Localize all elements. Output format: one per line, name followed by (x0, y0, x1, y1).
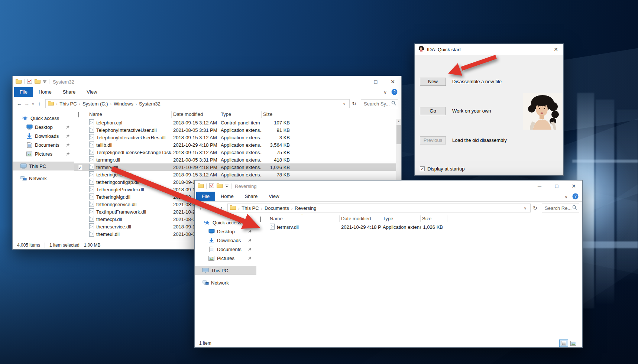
tab-share[interactable]: Share (239, 192, 263, 201)
back-icon[interactable]: ← (198, 205, 205, 211)
file-row[interactable]: TempSignedLicenseExchangeTask.dll2018-09… (74, 149, 401, 156)
column-header-size[interactable]: Size (421, 215, 447, 222)
sidebar-item-desktop[interactable]: Desktop (195, 227, 256, 236)
file-row[interactable]: termsrv.dll2021-10-29 4:18 PMApplication… (256, 223, 582, 231)
tab-home[interactable]: Home (33, 87, 57, 97)
maximize-icon[interactable]: □ (548, 181, 565, 192)
go-button[interactable]: Go (420, 107, 446, 115)
breadcrumb-item[interactable]: System32 (139, 101, 161, 107)
previous-button[interactable]: Previous (420, 136, 446, 144)
close-icon[interactable]: ✕ (384, 76, 401, 87)
forward-icon[interactable]: → (205, 205, 213, 211)
sidebar-item-network[interactable]: Network (195, 278, 256, 287)
file-row[interactable]: TelephonyInteractiveUser.dll2021-08-05 3… (74, 126, 401, 134)
close-icon[interactable]: ✕ (565, 181, 582, 192)
file-name: themeui.dll (96, 231, 120, 237)
refresh-icon[interactable]: ↻ (350, 101, 359, 107)
search-box[interactable] (361, 99, 398, 108)
up-icon[interactable]: ↑ (218, 205, 225, 211)
display-at-startup-checkbox[interactable]: ✓ (420, 166, 425, 171)
folder-icon[interactable] (35, 78, 41, 85)
breadcrumb-item[interactable]: System (C:) (82, 101, 108, 107)
column-header-type[interactable]: Type (219, 111, 262, 118)
close-icon[interactable]: ✕ (548, 44, 563, 55)
sidebar-item-this-pc[interactable]: This PC (13, 162, 74, 170)
file-row[interactable]: TelephonyInteractiveUserRes.dll2018-09-1… (74, 134, 401, 141)
sidebar-item-network[interactable]: Network (13, 174, 74, 183)
ribbon-collapse-icon[interactable]: ∨ (383, 90, 387, 95)
tab-view[interactable]: View (81, 87, 103, 97)
file-row[interactable]: tellib.dll2021-10-29 4:18 PMApplication … (74, 141, 401, 149)
breadcrumb-item[interactable]: Documents (265, 205, 289, 211)
help-icon[interactable]: ? (572, 193, 579, 201)
minimize-icon[interactable]: ─ (531, 181, 548, 192)
search-input[interactable] (544, 205, 572, 211)
sidebar-item-quick-access[interactable]: Quick access (13, 114, 74, 123)
breadcrumb[interactable]: ›This PC›Documents›Reversing ∨ (227, 204, 531, 212)
new-button[interactable]: New (420, 78, 446, 86)
scroll-up-icon[interactable]: ▲ (396, 119, 401, 124)
refresh-icon[interactable]: ↻ (531, 205, 540, 211)
sidebar-item-downloads[interactable]: Downloads (13, 131, 74, 140)
sidebar-item-pictures[interactable]: Pictures (195, 254, 256, 263)
file-size: 1,026 KB (421, 224, 447, 230)
file-name: themeservice.dll (96, 224, 131, 230)
back-icon[interactable]: ← (16, 101, 23, 107)
titlebar[interactable]: System32 ─ □ ✕ (13, 76, 401, 87)
thumbnail-view-icon[interactable] (569, 339, 578, 347)
recent-locations-icon[interactable]: ∨ (213, 206, 218, 210)
column-header-name[interactable]: Name (268, 215, 340, 222)
address-dropdown-icon[interactable]: ∨ (522, 206, 528, 210)
details-view-icon[interactable] (559, 339, 568, 347)
sidebar-item-quick-access[interactable]: Quick access (195, 218, 256, 227)
folder-icon[interactable] (217, 183, 223, 189)
file-row[interactable]: termmgr.dll2021-08-05 3:31 PMApplication… (74, 156, 401, 163)
breadcrumb-item[interactable]: Windows (114, 101, 133, 107)
titlebar[interactable]: IDA: Quick start ✕ (415, 44, 563, 55)
sidebar-item-documents[interactable]: Documents (195, 245, 256, 254)
tab-file[interactable]: File (14, 87, 33, 97)
maximize-icon[interactable]: □ (367, 76, 384, 87)
forward-icon[interactable]: → (23, 101, 30, 107)
check-sheet-icon[interactable] (209, 183, 214, 189)
breadcrumb[interactable]: ›This PC›System (C:)›Windows›System32 ∨ (45, 99, 350, 108)
file-row[interactable]: telephon.cpl2018-09-15 3:12 AMControl pa… (74, 119, 401, 126)
scrollbar-thumb[interactable] (396, 125, 401, 144)
titlebar[interactable]: Reversing ─ □ ✕ (195, 181, 582, 192)
address-dropdown-icon[interactable]: ∨ (341, 102, 347, 106)
breadcrumb-item[interactable]: This PC (59, 101, 77, 107)
sidebar-item-this-pc[interactable]: This PC (195, 266, 256, 275)
ribbon-collapse-icon[interactable]: ∨ (564, 194, 568, 199)
file-row[interactable]: ✓termsrv.dll2021-10-29 4:18 PMApplicatio… (74, 163, 401, 171)
tab-share[interactable]: Share (57, 87, 81, 97)
sidebar-item-desktop[interactable]: Desktop (13, 123, 74, 131)
help-icon[interactable]: ? (391, 89, 398, 96)
up-icon[interactable]: ↑ (36, 101, 43, 107)
sidebar-item-pictures[interactable]: Pictures (13, 149, 74, 158)
search-box[interactable] (542, 204, 579, 212)
check-sheet-icon[interactable] (27, 78, 32, 85)
column-header-size[interactable]: Size (262, 111, 294, 118)
select-all-checkbox[interactable] (77, 112, 88, 117)
breadcrumb-item[interactable]: Reversing (295, 205, 317, 211)
qat-customize-icon[interactable] (43, 78, 46, 85)
tab-home[interactable]: Home (215, 192, 239, 201)
file-row[interactable]: tetheringclient.dll2018-09-15 3:12 AMApp… (74, 171, 401, 178)
column-header-type[interactable]: Type (381, 215, 421, 222)
search-input[interactable] (363, 101, 391, 107)
sidebar-item-documents[interactable]: Documents (13, 140, 74, 149)
sidebar-item-label: This PC (211, 268, 228, 273)
breadcrumb-item[interactable]: This PC (242, 205, 259, 211)
divider (45, 243, 45, 248)
column-header-date[interactable]: Date modified (172, 111, 219, 118)
row-checkbox-checked[interactable]: ✓ (78, 165, 82, 170)
sidebar-item-downloads[interactable]: Downloads (195, 236, 256, 245)
qat-customize-icon[interactable] (225, 183, 229, 189)
tab-file[interactable]: File (196, 192, 215, 201)
tab-view[interactable]: View (263, 192, 285, 201)
column-header-date[interactable]: Date modified (340, 215, 381, 222)
recent-locations-icon[interactable]: ∨ (30, 102, 36, 106)
select-all-checkbox[interactable] (259, 216, 268, 222)
minimize-icon[interactable]: ─ (350, 76, 367, 87)
column-header-name[interactable]: Name (88, 111, 172, 118)
